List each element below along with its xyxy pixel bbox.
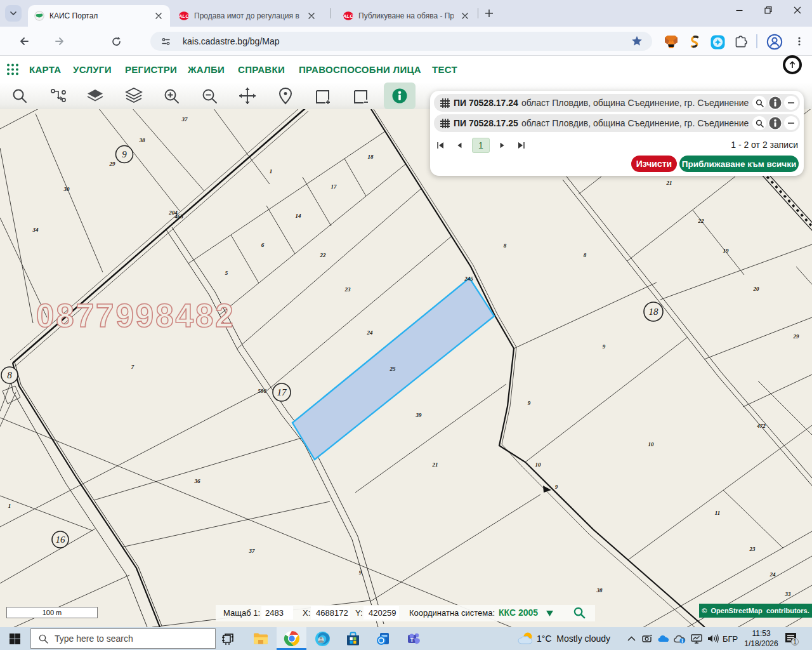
svg-text:34: 34 [32,227,39,233]
svg-text:245: 245 [464,275,473,282]
svg-text:16: 16 [56,534,66,545]
svg-text:39: 39 [416,412,422,418]
svg-text:22: 22 [698,218,705,224]
svg-text:25: 25 [390,366,396,372]
svg-text:22: 22 [320,252,327,258]
svg-text:1: 1 [8,503,11,509]
svg-text:6: 6 [261,242,265,248]
svg-text:30: 30 [63,186,70,192]
svg-text:37: 37 [181,116,188,123]
svg-text:14: 14 [296,213,302,219]
svg-text:8: 8 [504,242,507,249]
svg-text:21: 21 [432,461,438,468]
svg-text:37: 37 [249,548,256,554]
svg-text:465: 465 [174,213,183,220]
svg-text:8: 8 [7,370,12,380]
svg-text:ALO: ALO [343,13,353,19]
svg-text:18: 18 [368,154,374,160]
svg-text:11: 11 [715,510,721,516]
svg-text:1: 1 [793,638,797,645]
svg-text:38: 38 [139,137,146,143]
svg-text:23: 23 [344,286,351,293]
svg-text:9: 9 [122,149,127,159]
svg-text:1: 1 [270,168,273,175]
svg-text:19: 19 [723,248,730,254]
svg-text:38: 38 [596,587,603,594]
svg-text:10: 10 [648,441,655,448]
svg-text:23: 23 [749,546,756,552]
svg-text:17: 17 [331,183,337,190]
svg-text:T: T [410,637,414,643]
svg-text:20: 20 [753,286,760,292]
svg-text:7: 7 [131,364,134,370]
svg-text:9: 9 [359,569,362,576]
svg-text:17: 17 [277,387,288,397]
svg-text:33: 33 [785,591,792,597]
svg-text:24: 24 [769,571,776,578]
svg-text:9: 9 [603,343,606,350]
svg-text:ALO: ALO [179,13,189,19]
svg-text:0877998482: 0877998482 [36,298,235,334]
svg-text:29: 29 [793,333,800,340]
svg-text:29: 29 [109,161,116,167]
svg-text:24: 24 [367,329,374,336]
svg-text:36: 36 [194,478,201,484]
svg-text:10: 10 [535,461,542,468]
svg-text:596: 596 [258,388,267,394]
svg-text:8: 8 [584,252,587,258]
svg-text:18: 18 [649,307,659,317]
svg-text:5: 5 [225,270,228,276]
svg-text:472: 472 [756,423,766,429]
svg-text:9: 9 [528,400,531,406]
svg-text:21: 21 [666,180,672,186]
